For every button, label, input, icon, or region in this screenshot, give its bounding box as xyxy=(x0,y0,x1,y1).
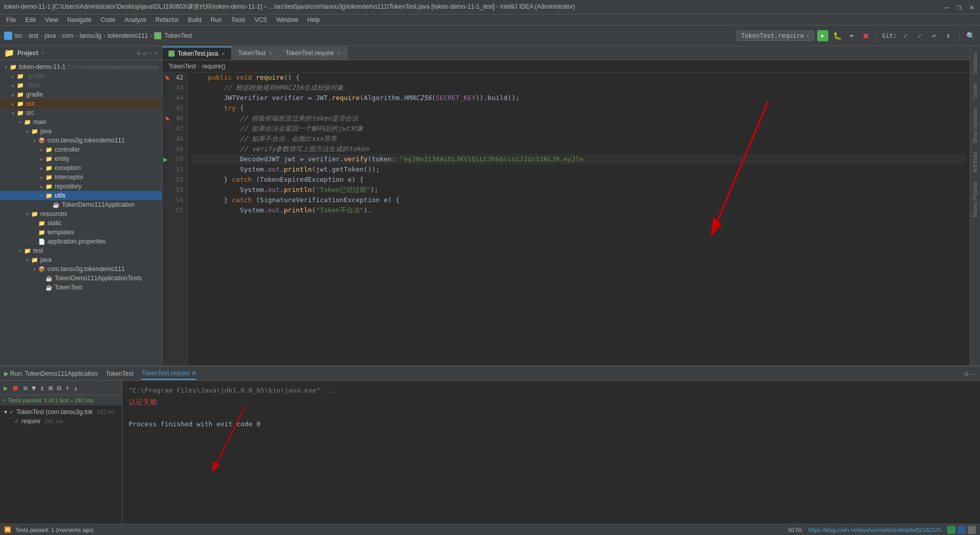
run-tree-require[interactable]: ✓ require 242 ms xyxy=(2,417,120,426)
line-num-42: 🔖 42 xyxy=(162,72,187,83)
export-icon[interactable]: ↑ xyxy=(64,384,71,392)
java-file-icon xyxy=(168,51,175,57)
tree-item-tokendemo-app[interactable]: ☕ TokenDemo111Application xyxy=(0,200,162,209)
title-text: token-demo-11-1 [C:\Users\Administrator\… xyxy=(4,3,575,11)
git-push-icon[interactable]: ⬆ xyxy=(943,30,954,41)
bottom-tab-icons: ⚙ — xyxy=(964,370,976,378)
import-icon[interactable]: ↓ xyxy=(72,384,79,392)
tab-close-icon[interactable]: ✕ xyxy=(337,51,341,56)
tree-item-root[interactable]: ▾ 📁 token-demo-11-1 C:\Users\Administrat… xyxy=(0,62,162,71)
run-again-icon[interactable]: ▶ xyxy=(2,384,9,392)
tree-item-utils[interactable]: ▾ 📁 utils xyxy=(0,191,162,200)
menu-run[interactable]: Run xyxy=(207,15,226,25)
tree-item-test[interactable]: ▾ 📁 test xyxy=(0,246,162,255)
tree-item-out[interactable]: ▸ 📁 out xyxy=(0,99,162,108)
bottom-tab-run[interactable]: ▶Run: TokenDemo111Application xyxy=(4,368,97,379)
collapse-icon[interactable]: — xyxy=(149,50,152,57)
arrow-icon: ▸ xyxy=(38,156,45,162)
tree-item-src[interactable]: ▾ 📁 src xyxy=(0,108,162,117)
tab-close-icon[interactable]: ✕ xyxy=(221,51,225,57)
run-tree-tokentest[interactable]: ▾ ✓ TokenTest (com.lanou3g.tok 242 ms xyxy=(2,407,120,417)
git-checkmark-icon[interactable]: ✓ xyxy=(900,30,911,41)
line-num-46: 🔖 46 xyxy=(162,113,187,124)
tab-label: TokenTest xyxy=(238,50,265,57)
tree-item-interceptor[interactable]: ▸ 📁 interceptor xyxy=(0,173,162,182)
tree-item-resources[interactable]: ▾ 📁 resources xyxy=(0,209,162,218)
tree-item-properties[interactable]: 📄 application.properties xyxy=(0,237,162,246)
tree-item-tokentest[interactable]: ☕ TokenTest xyxy=(0,283,162,292)
tree-item-main[interactable]: ▾ 📁 main xyxy=(0,117,162,127)
coverage-button[interactable]: ☂ xyxy=(846,30,857,41)
menu-vcs[interactable]: VCS xyxy=(251,15,272,25)
menu-file[interactable]: File xyxy=(2,15,20,25)
git-check2-icon[interactable]: ✓ xyxy=(914,30,925,41)
settings-icon[interactable]: ⚙ xyxy=(137,50,140,57)
tab-tokentest-require[interactable]: TokenTest.require ✕ xyxy=(279,46,348,60)
bottom-tab-tokentest[interactable]: TokenTest xyxy=(106,368,133,379)
tree-item-test-com[interactable]: ▾ 📦 com.lanou3g.tokendemo111 xyxy=(0,264,162,274)
menu-help[interactable]: Help xyxy=(303,15,324,25)
tab-tokentest-java[interactable]: TokenTest.java ✕ xyxy=(162,46,232,60)
tree-item-test-java[interactable]: ▾ 📁 java xyxy=(0,255,162,264)
test-class-icon: ☕ xyxy=(45,283,53,291)
run-button[interactable]: ▶ xyxy=(817,30,828,41)
tree-item-tokendemo-tests[interactable]: ☕ TokenDemo111ApplicationTests xyxy=(0,274,162,283)
menu-navigate[interactable]: Navigate xyxy=(63,15,95,25)
breadcrumb-lanou3g: lanou3g xyxy=(80,32,102,39)
breadcrumb-com: com xyxy=(62,32,74,39)
debug-button[interactable]: 🐛 xyxy=(831,30,843,41)
tree-item-idea[interactable]: ▸ 📁 .idea xyxy=(0,81,162,90)
tab-close-icon[interactable]: ✕ xyxy=(268,51,273,56)
code-content[interactable]: public void require() { // 根据校验规则HMAC256… xyxy=(188,72,970,366)
menu-build[interactable]: Build xyxy=(184,15,206,25)
stop-run-icon[interactable]: ⏹ xyxy=(10,384,20,392)
menu-refactor[interactable]: Refactor xyxy=(152,15,183,25)
database-label[interactable]: Database xyxy=(971,48,979,78)
expand-all-icon[interactable]: ⊞ xyxy=(47,384,54,392)
panel-title: Project xyxy=(17,50,38,57)
tree-item-gradle[interactable]: ▸ 📁 .gradle xyxy=(0,71,162,81)
menu-view[interactable]: View xyxy=(41,15,62,25)
tree-item-java[interactable]: ▾ 📁 java xyxy=(0,127,162,136)
menu-analyze[interactable]: Analyze xyxy=(120,15,151,25)
tree-item-exception[interactable]: ▸ 📁 exception xyxy=(0,163,162,173)
minimize-panel-icon[interactable]: — xyxy=(972,370,976,378)
bean-validation-label[interactable]: Bean Validation xyxy=(971,104,979,147)
collapse-all-icon[interactable]: ⊟ xyxy=(55,384,62,392)
panel-icons: ⚙ ↺ — + xyxy=(137,50,158,57)
filter-icon[interactable]: ▼ xyxy=(30,384,37,392)
expand-icon[interactable]: + xyxy=(154,50,158,57)
tab-tokentest[interactable]: TokenTest ✕ xyxy=(232,46,279,60)
tree-item-gradle2[interactable]: ▸ 📁 gradle xyxy=(0,90,162,99)
settings-icon[interactable]: ⚙ xyxy=(964,370,968,378)
maven-projects-label[interactable]: Maven Projects xyxy=(971,178,979,221)
tree-label: test xyxy=(33,247,43,254)
bottom-tab-require[interactable]: TokenTest.require ✕ xyxy=(141,368,197,380)
test-class-icon: ☕ xyxy=(45,274,53,282)
sort-icon[interactable]: ↕ xyxy=(38,384,45,392)
restore-btn[interactable]: ❐ xyxy=(955,3,963,11)
run-config-selector[interactable]: TokenTest.require ▾ xyxy=(737,31,814,41)
test-method-label: require xyxy=(21,418,40,425)
templates-icon: 📁 xyxy=(38,228,46,236)
menu-code[interactable]: Code xyxy=(96,15,119,25)
tree-item-static[interactable]: 📁 static xyxy=(0,218,162,228)
stop-button[interactable]: ⏹ xyxy=(860,30,871,41)
tree-item-entity[interactable]: ▸ 📁 entity xyxy=(0,154,162,163)
tree-item-controller[interactable]: ▸ 📁 controller xyxy=(0,145,162,154)
toggle-tree-icon[interactable]: ≡ xyxy=(21,384,29,392)
tree-item-com-package[interactable]: ▾ 📦 com.lanou3g.tokendemo111 xyxy=(0,136,162,145)
menu-tools[interactable]: Tools xyxy=(227,15,250,25)
gradle-label[interactable]: Gradle xyxy=(971,79,979,103)
ant-build-label[interactable]: Ant Build xyxy=(971,148,979,177)
menu-window[interactable]: Window xyxy=(272,15,302,25)
tree-item-repository[interactable]: ▸ 📁 repository xyxy=(0,182,162,191)
search-everywhere-icon[interactable]: 🔍 xyxy=(965,30,976,41)
close-btn[interactable]: ✕ xyxy=(968,3,976,11)
tree-label: out xyxy=(26,100,35,107)
tree-item-templates[interactable]: 📁 templates xyxy=(0,228,162,237)
git-refresh-icon[interactable]: ↶ xyxy=(928,30,940,41)
sync-icon[interactable]: ↺ xyxy=(142,50,146,57)
minimize-btn[interactable]: — xyxy=(943,3,951,11)
menu-edit[interactable]: Edit xyxy=(21,15,40,25)
